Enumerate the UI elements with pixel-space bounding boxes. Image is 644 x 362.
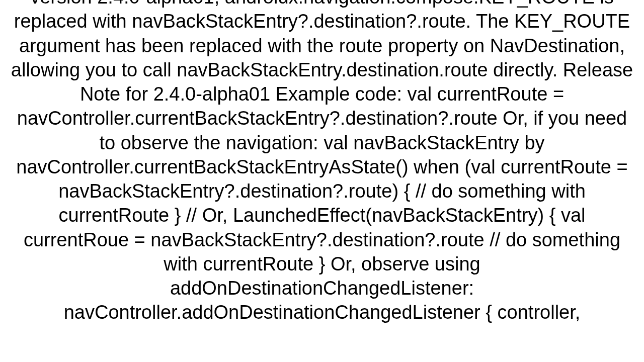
document-body-text: version 2.4.0-alpha01, androidx.navigati… [0,0,644,347]
